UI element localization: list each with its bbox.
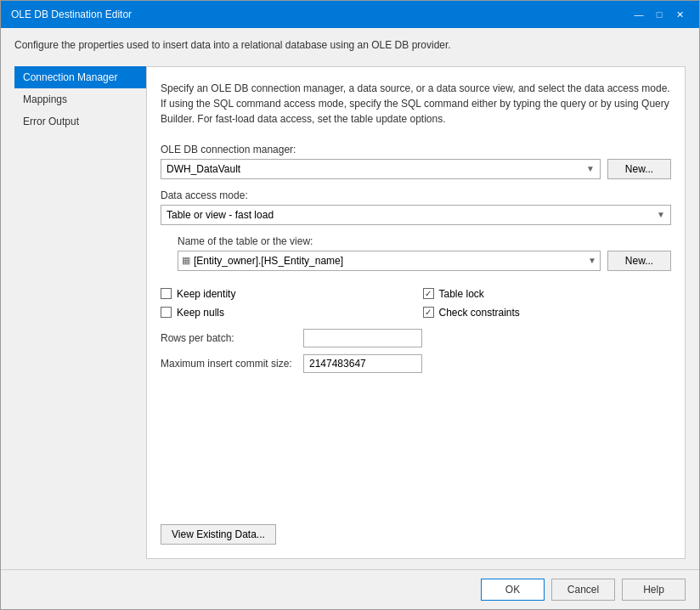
table-name-combobox[interactable]: ▦ [Entity_owner].[HS_Entity_name] ▼ [178, 251, 601, 271]
data-access-combobox[interactable]: Table or view - fast load ▼ [161, 205, 671, 225]
sidebar-item-connection-manager[interactable]: Connection Manager [14, 66, 146, 88]
rows-per-batch-row: Rows per batch: [161, 329, 671, 347]
data-access-field-group: Data access mode: Table or view - fast l… [161, 189, 671, 225]
ok-button[interactable]: OK [481, 579, 545, 601]
ole-db-field-group: OLE DB connection manager: DWH_DataVault… [161, 144, 671, 179]
help-button[interactable]: Help [622, 579, 686, 601]
content-description: Specify an OLE DB connection manager, a … [161, 81, 671, 127]
sidebar-item-mappings[interactable]: Mappings [14, 88, 146, 110]
minimize-button[interactable]: — [629, 6, 648, 23]
table-lock-label: Table lock [439, 288, 484, 300]
data-access-row: Table or view - fast load ▼ [161, 205, 671, 225]
table-name-label: Name of the table or the view: [178, 235, 671, 247]
ole-db-label: OLE DB connection manager: [161, 144, 671, 155]
keep-nulls-row: Keep nulls [161, 307, 409, 319]
table-lock-checkbox[interactable] [423, 288, 434, 299]
table-name-field-group: Name of the table or the view: ▦ [Entity… [178, 235, 671, 271]
top-description: Configure the properties used to insert … [14, 38, 686, 53]
batch-area: Rows per batch: Maximum insert commit si… [161, 329, 671, 373]
ole-db-combobox[interactable]: DWH_DataVault ▼ [161, 159, 601, 179]
table-name-value: [Entity_owner].[HS_Entity_name] [194, 255, 584, 267]
keep-nulls-label: Keep nulls [177, 307, 224, 319]
data-access-label: Data access mode: [161, 189, 671, 201]
bottom-bar: OK Cancel Help [1, 569, 699, 609]
table-name-row: ▦ [Entity_owner].[HS_Entity_name] ▼ New.… [178, 251, 671, 271]
options-area: Keep identity Table lock Keep nulls Chec… [161, 288, 671, 319]
content-panel: Specify an OLE DB connection manager, a … [146, 66, 686, 559]
data-access-arrow-icon: ▼ [657, 210, 665, 219]
ole-db-new-button[interactable]: New... [607, 159, 671, 179]
keep-identity-label: Keep identity [177, 288, 235, 300]
title-bar: OLE DB Destination Editor — □ ✕ [1, 1, 699, 28]
max-insert-row: Maximum insert commit size: [161, 354, 671, 373]
rows-per-batch-label: Rows per batch: [161, 332, 296, 344]
footer-btn-area: View Existing Data... [161, 517, 671, 545]
table-name-arrow-icon: ▼ [588, 256, 596, 265]
close-button[interactable]: ✕ [670, 6, 689, 23]
keep-identity-checkbox[interactable] [161, 288, 172, 299]
sidebar-item-error-output[interactable]: Error Output [14, 110, 146, 133]
window-content: Configure the properties used to insert … [1, 28, 699, 569]
cancel-button[interactable]: Cancel [551, 579, 615, 601]
keep-identity-row: Keep identity [161, 288, 409, 300]
main-area: Connection Manager Mappings Error Output… [14, 66, 686, 559]
sidebar: Connection Manager Mappings Error Output [14, 66, 146, 559]
table-new-button[interactable]: New... [607, 251, 671, 271]
check-constraints-label: Check constraints [439, 307, 520, 319]
table-lock-row: Table lock [423, 288, 672, 300]
max-insert-input[interactable] [303, 354, 422, 373]
max-insert-label: Maximum insert commit size: [161, 358, 296, 370]
maximize-button[interactable]: □ [650, 6, 669, 23]
table-icon: ▦ [182, 255, 190, 266]
check-constraints-row: Check constraints [423, 307, 672, 319]
rows-per-batch-input[interactable] [303, 329, 422, 347]
ole-db-arrow-icon: ▼ [586, 164, 595, 173]
main-window: OLE DB Destination Editor — □ ✕ Configur… [0, 0, 700, 610]
window-title: OLE DB Destination Editor [11, 8, 132, 20]
ole-db-value: DWH_DataVault [167, 163, 240, 175]
title-bar-controls: — □ ✕ [629, 6, 689, 23]
ole-db-row: DWH_DataVault ▼ New... [161, 159, 671, 179]
data-access-value: Table or view - fast load [167, 209, 274, 221]
keep-nulls-checkbox[interactable] [161, 307, 172, 318]
view-existing-data-button[interactable]: View Existing Data... [161, 524, 276, 545]
check-constraints-checkbox[interactable] [423, 307, 434, 318]
